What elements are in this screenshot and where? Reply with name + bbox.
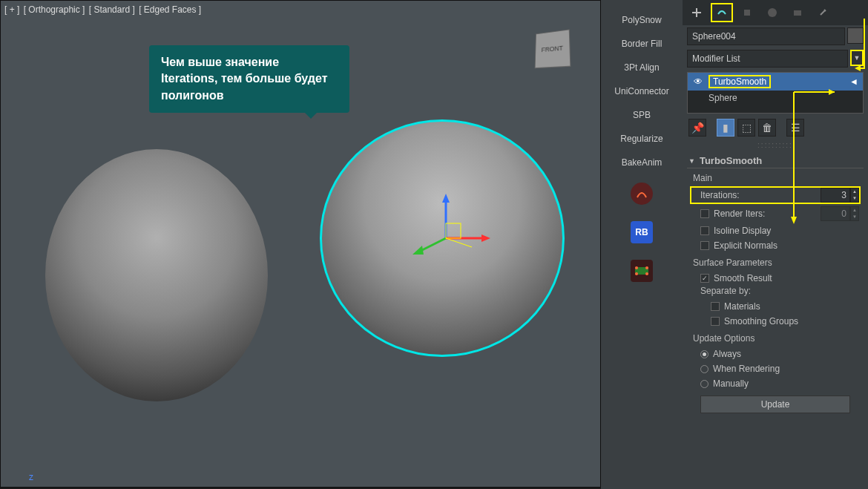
explicit-normals-checkbox[interactable] xyxy=(700,241,709,250)
object-name-field[interactable]: Sphere004 xyxy=(687,27,845,45)
modifier-list-dropdown[interactable]: Modifier List xyxy=(687,50,848,68)
tab-motion[interactable] xyxy=(761,3,783,22)
iterations-row: Iterations: 3 ▲▼ xyxy=(690,186,861,204)
render-iters-value: 0 xyxy=(821,206,850,221)
tool-bakeanim[interactable]: BakeAnim xyxy=(622,157,662,168)
svg-point-10 xyxy=(645,266,648,269)
viewport-projection[interactable]: [ Orthographic ] xyxy=(24,4,85,15)
remove-modifier-icon[interactable]: 🗑 xyxy=(758,119,776,137)
update-always-radio[interactable] xyxy=(700,350,708,358)
pin-stack-icon[interactable]: 📌 xyxy=(688,119,706,137)
group-surface-label: Surface Parameters xyxy=(690,257,861,268)
panel-drag-grip[interactable]: :::::::::: xyxy=(683,140,868,151)
command-panel: Sphere004 Modifier List ▼ 👁 TurboSmooth … xyxy=(683,0,868,489)
stack-item-sphere[interactable]: Sphere xyxy=(688,91,863,105)
collapse-icon: ▼ xyxy=(688,157,695,165)
make-unique-icon[interactable]: ⬚ xyxy=(737,119,755,137)
tool-polysnow[interactable]: PolySnow xyxy=(622,15,661,25)
sphere-low-poly[interactable] xyxy=(45,149,268,401)
svg-point-16 xyxy=(768,8,777,17)
rollout-turbosmooth: ▼ TurboSmooth Main Iterations: 3 ▲▼ Rend… xyxy=(687,154,864,418)
stack-item-label: Sphere xyxy=(708,93,737,103)
svg-rect-17 xyxy=(794,10,801,16)
viewcube[interactable]: FRONT xyxy=(535,29,571,68)
iterations-label: Iterations: xyxy=(700,190,740,200)
update-rendering-radio[interactable] xyxy=(700,365,708,373)
rollout-header[interactable]: ▼ TurboSmooth xyxy=(687,154,864,168)
modifier-dropdown-arrow[interactable]: ▼ xyxy=(850,50,864,66)
tab-hierarchy[interactable] xyxy=(736,3,758,22)
group-main-label: Main xyxy=(690,173,861,183)
tool-3ptalign[interactable]: 3Pt Align xyxy=(624,62,659,73)
update-manually-radio[interactable] xyxy=(700,380,708,388)
rollout-title: TurboSmooth xyxy=(700,155,762,166)
viewport[interactable]: [ + ] [ Orthographic ] [ Standard ] [ Ed… xyxy=(0,0,601,488)
stack-toolbar: 📌 ▮ ⬚ 🗑 ☰ xyxy=(683,116,868,140)
tab-utilities[interactable] xyxy=(812,3,834,22)
update-rendering-label: When Rendering xyxy=(713,364,780,374)
viewport-shading[interactable]: [ Standard ] xyxy=(89,4,135,15)
render-iters-label: Render Iters: xyxy=(714,209,816,219)
stack-item-turbosmooth[interactable]: 👁 TurboSmooth ◄ xyxy=(688,73,863,91)
tab-display[interactable] xyxy=(786,3,809,22)
command-panel-tabs xyxy=(683,0,868,25)
sphere-smooth-selected[interactable] xyxy=(320,119,565,357)
svg-point-12 xyxy=(645,272,648,275)
isoline-label: Isoline Display xyxy=(714,226,771,236)
tool-uniconnector[interactable]: UniConnector xyxy=(614,86,668,96)
viewport-plus[interactable]: [ + ] xyxy=(4,4,19,15)
iterations-spinner[interactable]: 3 ▲▼ xyxy=(821,188,859,203)
group-update-label: Update Options xyxy=(690,333,861,344)
tool-spb[interactable]: SPB xyxy=(633,110,651,120)
axis-z-label: z xyxy=(29,472,33,482)
tool-icon-rb[interactable]: RB xyxy=(631,221,653,243)
stack-item-label: TurboSmooth xyxy=(708,75,771,88)
update-manually-label: Manually xyxy=(713,378,749,389)
smoothing-groups-label: Smoothing Groups xyxy=(724,316,798,326)
isoline-checkbox[interactable] xyxy=(700,226,709,235)
configure-sets-icon[interactable]: ☰ xyxy=(786,119,804,137)
tab-modify[interactable] xyxy=(711,3,733,22)
svg-point-11 xyxy=(635,272,638,275)
tool-borderfill[interactable]: Border Fill xyxy=(622,39,662,49)
materials-label: Materials xyxy=(724,301,760,312)
object-color-swatch[interactable] xyxy=(847,27,864,44)
tool-icon-red-circle[interactable] xyxy=(631,183,653,205)
modifier-stack[interactable]: 👁 TurboSmooth ◄ Sphere xyxy=(687,72,864,114)
svg-rect-15 xyxy=(744,10,750,16)
tool-icon-mesh[interactable] xyxy=(631,260,653,282)
smooth-result-checkbox[interactable]: ✓ xyxy=(700,274,709,283)
smoothing-groups-checkbox[interactable] xyxy=(711,317,720,326)
separate-by-label: Separate by: xyxy=(690,286,861,296)
smooth-result-label: Smooth Result xyxy=(714,273,772,283)
viewport-wireframe[interactable]: [ Edged Faces ] xyxy=(139,4,201,15)
show-end-result-icon[interactable]: ▮ xyxy=(717,119,734,137)
tool-regularize[interactable]: Regularize xyxy=(620,134,662,144)
update-always-label: Always xyxy=(713,349,741,359)
viewport-labels[interactable]: [ + ] [ Orthographic ] [ Standard ] [ Ed… xyxy=(4,4,203,15)
visibility-toggle-icon[interactable]: 👁 xyxy=(692,76,704,87)
render-iters-checkbox[interactable] xyxy=(700,209,709,218)
tooltip-callout: Чем выше значение Iterations, тем больше… xyxy=(149,45,349,113)
iterations-value[interactable]: 3 xyxy=(821,188,850,203)
render-iters-spinner[interactable]: 0 ▲▼ xyxy=(821,206,859,221)
svg-point-9 xyxy=(635,266,638,269)
scripts-toolbar: PolySnow Border Fill 3Pt Align UniConnec… xyxy=(601,0,683,489)
explicit-normals-label: Explicit Normals xyxy=(714,240,777,251)
tab-create[interactable] xyxy=(685,3,708,22)
update-button[interactable]: Update xyxy=(700,396,850,413)
materials-checkbox[interactable] xyxy=(711,302,720,311)
